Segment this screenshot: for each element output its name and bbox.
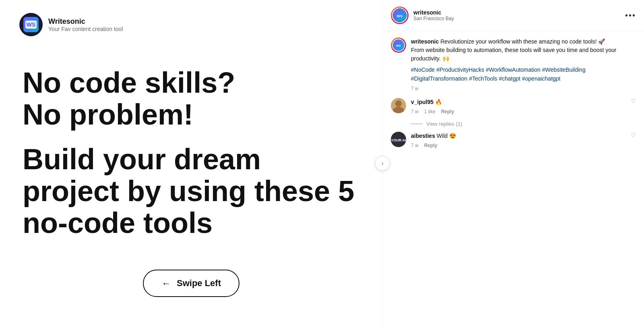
headline-line2: No problem! [23, 99, 363, 131]
comment-2-text: aibesties Wild 😍 [411, 132, 626, 140]
account-location: San Francisco Bay [413, 16, 454, 21]
comment-1-heart-icon[interactable]: ♡ [631, 98, 636, 114]
svg-point-5 [393, 107, 404, 113]
comment-2-reply[interactable]: Reply [424, 143, 438, 148]
view-replies-line [411, 124, 422, 124]
subheadline: Build your dream project by using these … [23, 143, 363, 239]
caption-text2: From website building to automation, the… [411, 47, 617, 62]
arrow-left-icon: ← [161, 278, 171, 289]
headline-line1: No code skills? [23, 67, 363, 99]
caption-time: 7 w [411, 86, 419, 91]
view-replies-1[interactable]: View replies (1) [411, 121, 636, 127]
caption-avatar-ring: WS [391, 37, 406, 53]
comment-1-reply[interactable]: Reply [441, 109, 454, 114]
next-slide-button[interactable]: › [375, 156, 390, 170]
svg-text:WS: WS [396, 44, 401, 48]
comment-2-content: aibesties Wild 😍 7 w Reply [411, 132, 626, 148]
comment-2-meta: 7 w Reply [411, 143, 626, 148]
headline: No code skills? No problem! [23, 67, 363, 131]
svg-text:YOUR AI: YOUR AI [391, 138, 406, 142]
left-panel: WS Writesonic Your Fav content creation … [0, 0, 382, 326]
comment-1-content: v_ipul95 🔥 7 w 1 like Reply [411, 98, 626, 114]
caption-avatar: WS [392, 39, 405, 52]
comments-section: WS writesonic Revolutionize your workflo… [383, 31, 644, 326]
post-header: WS writesonic San Francisco Bay ••• [383, 0, 644, 31]
comment-2-heart-icon[interactable]: ♡ [631, 132, 636, 148]
comment-1-meta: 7 w 1 like Reply [411, 109, 626, 114]
caption-text: writesonic Revolutionize your workflow w… [411, 37, 636, 63]
brand-info: Writesonic Your Fav content creation too… [48, 17, 123, 32]
svg-text:WS: WS [27, 21, 36, 28]
chevron-right-icon: › [382, 160, 384, 166]
main-content: No code skills? No problem! Build your d… [19, 36, 363, 270]
comment-2-time: 7 w [411, 143, 419, 148]
caption-text-main: Revolutionize your workflow with these a… [439, 38, 605, 45]
caption-comment: WS writesonic Revolutionize your workflo… [391, 37, 636, 91]
comment-2-body: Wild 😍 [437, 133, 456, 139]
more-options-icon[interactable]: ••• [625, 11, 636, 20]
comment-1-avatar [391, 98, 406, 113]
account-username: writesonic [413, 9, 454, 16]
account-avatar: WS [392, 8, 407, 23]
comment-2-avatar: YOUR AI [391, 132, 406, 147]
comment-1: v_ipul95 🔥 7 w 1 like Reply ♡ [391, 98, 636, 114]
caption-username: writesonic [411, 38, 439, 45]
account-avatar-ring: WS [391, 6, 409, 24]
brand-tagline: Your Fav content creation tool [48, 26, 123, 32]
comment-1-likes[interactable]: 1 like [424, 109, 436, 114]
svg-text:WS: WS [397, 14, 403, 18]
svg-point-4 [395, 100, 402, 107]
comment-2-username: aibesties [411, 133, 435, 139]
swipe-label: Swipe Left [177, 278, 221, 289]
account-info: writesonic San Francisco Bay [413, 9, 454, 21]
comment-1-time: 7 w [411, 109, 419, 114]
brand-header: WS Writesonic Your Fav content creation … [19, 13, 363, 36]
comment-1-username: v_ipul95 [411, 99, 433, 105]
caption-content: writesonic Revolutionize your workflow w… [411, 37, 636, 91]
swipe-area: ← Swipe Left [19, 270, 363, 313]
right-panel: WS writesonic San Francisco Bay ••• WS [382, 0, 644, 326]
caption-meta: 7 w [411, 86, 636, 91]
brand-logo: WS [19, 13, 43, 36]
view-replies-text[interactable]: View replies (1) [426, 121, 462, 127]
post-header-left: WS writesonic San Francisco Bay [391, 6, 454, 24]
brand-name: Writesonic [48, 17, 123, 26]
comment-1-text: v_ipul95 🔥 [411, 98, 626, 106]
hashtags: #NoCode #ProductivityHacks #WorkflowAuto… [411, 65, 636, 83]
comment-1-emoji: 🔥 [435, 99, 442, 105]
comment-2: YOUR AI aibesties Wild 😍 7 w Reply ♡ [391, 132, 636, 148]
swipe-left-button[interactable]: ← Swipe Left [143, 270, 239, 297]
